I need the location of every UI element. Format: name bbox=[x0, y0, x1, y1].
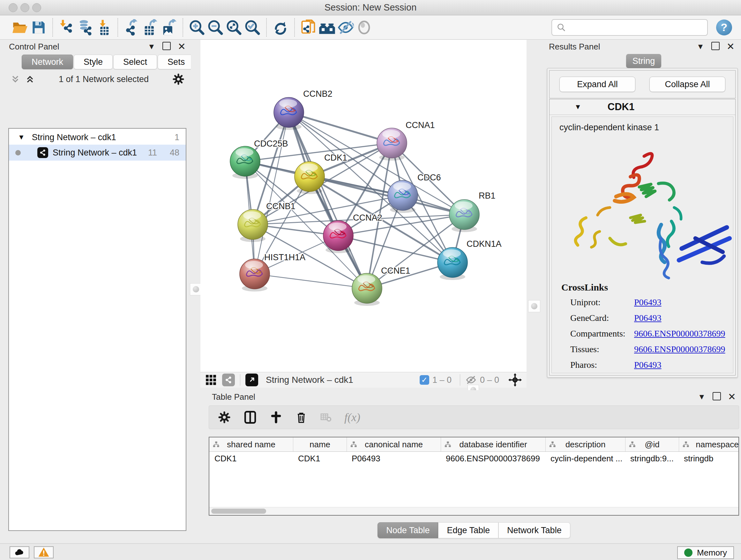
expand-all-networks-icon[interactable] bbox=[25, 74, 35, 84]
zoom-fit-button[interactable] bbox=[225, 18, 243, 37]
detach-view-icon[interactable] bbox=[246, 374, 258, 386]
import-network-from-database-button[interactable] bbox=[76, 18, 94, 37]
show-columns-icon[interactable] bbox=[244, 411, 257, 424]
export-table-button[interactable] bbox=[141, 18, 159, 37]
scrollbar-thumb[interactable] bbox=[211, 509, 266, 514]
network-node-CCNE1[interactable]: CCNE1 bbox=[352, 266, 410, 306]
cell-canonical-name[interactable]: P06493 bbox=[347, 452, 441, 465]
column-header-description[interactable]: description bbox=[545, 437, 625, 451]
birds-eye-view-icon[interactable] bbox=[508, 373, 522, 387]
close-panel-icon[interactable]: ✕ bbox=[728, 392, 736, 401]
selected-nodes-checkbox[interactable]: ✓ bbox=[420, 375, 429, 385]
export-network-button[interactable] bbox=[123, 18, 141, 37]
search-input[interactable] bbox=[569, 21, 704, 34]
network-edge[interactable] bbox=[255, 112, 289, 274]
tab-select[interactable]: Select bbox=[113, 55, 157, 69]
warning-icon bbox=[38, 547, 50, 558]
collapse-all-networks-icon[interactable] bbox=[10, 74, 20, 84]
network-node-CCNB2[interactable]: CCNB2 bbox=[274, 89, 333, 130]
cloud-icon bbox=[14, 547, 25, 558]
network-node-CCNA1[interactable]: CCNA1 bbox=[377, 120, 435, 161]
float-panel-icon[interactable]: ▼ bbox=[148, 43, 155, 51]
maximize-panel-icon[interactable] bbox=[711, 42, 720, 51]
genecard-link[interactable]: P06493 bbox=[634, 313, 662, 323]
refresh-button[interactable] bbox=[271, 18, 290, 37]
hidden-eye-icon[interactable] bbox=[465, 374, 477, 386]
cell-id[interactable]: stringdb:9... bbox=[625, 452, 679, 465]
protein-collapse-icon[interactable]: ▼ bbox=[575, 103, 582, 111]
zoom-in-button[interactable] bbox=[188, 18, 206, 37]
memory-button[interactable]: Memory bbox=[677, 546, 734, 559]
cell-name[interactable]: CDK1 bbox=[293, 452, 347, 465]
column-header-namespace[interactable]: namespace bbox=[679, 437, 739, 451]
network-options-gear-icon[interactable] bbox=[172, 73, 185, 85]
tab-string-results[interactable]: String bbox=[626, 54, 661, 68]
network-row[interactable]: String Network – cdk1 11 48 bbox=[9, 145, 186, 161]
expand-all-button[interactable]: Expand All bbox=[559, 77, 635, 92]
column-header-id[interactable]: @id bbox=[625, 437, 679, 451]
export-image-button[interactable] bbox=[159, 18, 178, 37]
network-edge[interactable] bbox=[289, 112, 392, 143]
import-network-from-file-button[interactable] bbox=[57, 18, 76, 37]
network-results-splitter[interactable] bbox=[527, 40, 542, 388]
collapse-all-button[interactable]: Collapse All bbox=[650, 77, 725, 92]
tab-node-table[interactable]: Node Table bbox=[378, 522, 438, 538]
maximize-panel-icon[interactable] bbox=[162, 42, 171, 51]
help-button[interactable]: ? bbox=[716, 19, 732, 36]
collection-expand-icon[interactable]: ▼ bbox=[18, 133, 25, 141]
zoom-selected-button[interactable] bbox=[243, 18, 262, 37]
cell-description[interactable]: cyclin-dependent ... bbox=[545, 452, 625, 465]
delete-column-icon[interactable] bbox=[295, 411, 307, 423]
network-canvas[interactable]: CCNB2CCNA1CDC25BCDK1CDC6RB1CCNB1CCNA2CDK… bbox=[200, 40, 527, 372]
add-column-icon[interactable] bbox=[270, 411, 282, 424]
table-horizontal-scrollbar[interactable] bbox=[209, 507, 738, 515]
network-node-HIST1H1A[interactable]: HIST1H1A bbox=[240, 253, 306, 292]
maximize-panel-icon[interactable] bbox=[713, 392, 721, 401]
node-label: CCNB2 bbox=[303, 89, 333, 99]
close-panel-icon[interactable]: ✕ bbox=[727, 42, 735, 51]
compartments-link[interactable]: 9606.ENSP00000378699 bbox=[634, 328, 725, 339]
network-node-CDKN1A[interactable]: CDKN1A bbox=[437, 239, 502, 280]
string-results-card: Expand All Collapse All ▼ CDK1 cyclin-de… bbox=[547, 68, 738, 378]
float-panel-icon[interactable]: ▼ bbox=[697, 43, 704, 51]
string-home-button[interactable] bbox=[318, 18, 336, 37]
tab-style[interactable]: Style bbox=[74, 55, 113, 69]
import-table-from-file-button[interactable] bbox=[94, 18, 113, 37]
column-header-shared-name[interactable]: shared name bbox=[209, 437, 293, 451]
cell-database-identifier[interactable]: 9606.ENSP00000378699 bbox=[441, 452, 545, 465]
tab-network-table[interactable]: Network Table bbox=[498, 522, 570, 538]
grid-view-icon[interactable] bbox=[205, 374, 217, 386]
tab-sets[interactable]: Sets bbox=[158, 55, 195, 69]
open-session-button[interactable] bbox=[11, 18, 29, 37]
hide-selected-button[interactable] bbox=[336, 18, 355, 37]
table-row[interactable]: CDK1 CDK1 P06493 9606.ENSP00000378699 cy… bbox=[209, 452, 738, 465]
warnings-button[interactable] bbox=[34, 546, 54, 558]
network-collection-row[interactable]: ▼ String Network – cdk1 1 bbox=[9, 129, 186, 145]
pharos-link[interactable]: P06493 bbox=[634, 360, 662, 370]
column-header-canonical-name[interactable]: canonical name bbox=[347, 437, 441, 451]
column-header-database-identifier[interactable]: database identifier bbox=[441, 437, 545, 451]
tissues-link[interactable]: 9606.ENSP00000378699 bbox=[634, 344, 725, 354]
tab-edge-table[interactable]: Edge Table bbox=[438, 522, 498, 538]
share-document-button[interactable] bbox=[299, 18, 318, 37]
control-network-splitter[interactable] bbox=[191, 40, 200, 388]
network-node-RB1[interactable]: RB1 bbox=[449, 191, 495, 232]
string-view-icon[interactable] bbox=[222, 374, 235, 386]
uniprot-link[interactable]: P06493 bbox=[634, 297, 662, 307]
close-panel-icon[interactable]: ✕ bbox=[178, 42, 186, 51]
float-panel-icon[interactable]: ▼ bbox=[698, 393, 705, 401]
cell-namespace[interactable]: stringdb bbox=[679, 452, 739, 465]
network-edge[interactable] bbox=[255, 274, 367, 288]
zoom-out-button[interactable] bbox=[206, 18, 225, 37]
show-all-button[interactable] bbox=[355, 18, 374, 37]
tab-network[interactable]: Network bbox=[22, 55, 73, 69]
cloud-button[interactable] bbox=[10, 546, 29, 558]
network-node-CCNB1[interactable]: CCNB1 bbox=[238, 201, 295, 242]
table-options-gear-icon[interactable] bbox=[218, 411, 231, 424]
save-session-button[interactable] bbox=[29, 18, 48, 37]
search-icon bbox=[556, 23, 566, 32]
cell-shared-name[interactable]: CDK1 bbox=[209, 452, 293, 465]
column-header-name[interactable]: name bbox=[293, 437, 347, 451]
results-splitter-handle[interactable] bbox=[528, 300, 540, 312]
crosslink-row: Pharos: P06493 bbox=[561, 360, 733, 370]
